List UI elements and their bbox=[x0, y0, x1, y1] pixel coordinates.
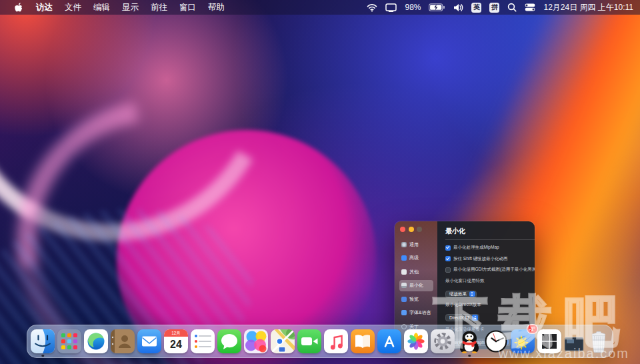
finder-icon bbox=[31, 329, 55, 353]
minimized-window-thumbnail bbox=[565, 337, 583, 351]
game-center-icon bbox=[244, 329, 268, 353]
sidebar-item-label: 预览 bbox=[409, 296, 419, 303]
clock-icon bbox=[484, 329, 508, 353]
wrench-icon bbox=[401, 255, 407, 261]
close-button[interactable] bbox=[400, 227, 405, 232]
desktop: 访达 文件 编辑 显示 前往 窗口 帮助 98% 英 拼 12月24日 周四 上… bbox=[0, 0, 640, 364]
menu-bar: 访达 文件 编辑 显示 前往 窗口 帮助 98% 英 拼 12月24日 周四 上… bbox=[0, 0, 640, 15]
dock-item-clock[interactable] bbox=[483, 326, 509, 357]
dock-item-messages[interactable] bbox=[217, 326, 242, 357]
dock-item-app-store[interactable] bbox=[377, 326, 402, 357]
dock-item-minimized-window[interactable] bbox=[563, 326, 585, 357]
checkbox-checked-icon[interactable] bbox=[445, 256, 451, 261]
dock-item-mail[interactable] bbox=[137, 326, 162, 357]
dock-item-launchpad[interactable] bbox=[57, 326, 82, 357]
minimize-button[interactable] bbox=[409, 227, 414, 232]
directx-version-select[interactable]: DirectX 12 bbox=[445, 314, 479, 321]
minimize-effect-select[interactable]: 缩放效果 bbox=[445, 291, 477, 298]
input-source-pinyin-badge[interactable]: 拼 bbox=[489, 3, 499, 13]
field-label: 最小化DirectX版本 bbox=[445, 302, 535, 308]
dock-item-music[interactable] bbox=[323, 326, 349, 357]
menu-app-name[interactable]: 访达 bbox=[30, 0, 59, 15]
document-icon bbox=[401, 310, 407, 315]
checkbox-row-gdi-capture: 最小化使用GDI方式截图(适用于最小化黑屏) bbox=[445, 267, 535, 273]
menu-bar-left: 访达 文件 编辑 显示 前往 窗口 帮助 bbox=[0, 0, 231, 15]
dock-item-system-preferences[interactable] bbox=[430, 326, 455, 357]
checkbox-checked-icon[interactable] bbox=[445, 245, 451, 251]
battery-charging-icon[interactable] bbox=[429, 3, 445, 11]
sidebar-item-other[interactable]: 其他 bbox=[399, 266, 433, 277]
dock-item-maps[interactable] bbox=[270, 326, 295, 357]
apple-logo-icon bbox=[15, 3, 23, 13]
menu-help[interactable]: 帮助 bbox=[202, 0, 231, 15]
calendar-icon: 12月 24 bbox=[164, 329, 188, 353]
running-indicator bbox=[468, 355, 471, 357]
display-mirroring-icon[interactable] bbox=[385, 3, 397, 12]
dock-item-contacts[interactable] bbox=[110, 326, 135, 357]
edge-browser-icon bbox=[84, 329, 108, 353]
dock-item-game-center[interactable] bbox=[243, 326, 269, 357]
sidebar-item-label: 高级 bbox=[409, 255, 419, 261]
calendar-day: 24 bbox=[164, 337, 188, 353]
menu-file[interactable]: 文件 bbox=[59, 0, 87, 15]
search-icon[interactable] bbox=[507, 3, 517, 12]
sidebar-item-general[interactable]: 通用 bbox=[399, 239, 433, 250]
sidebar-item-label: 其他 bbox=[409, 269, 419, 275]
reminders-icon bbox=[191, 329, 215, 353]
menu-go[interactable]: 前往 bbox=[145, 0, 173, 15]
panel-title: 最小化 bbox=[445, 227, 535, 236]
checkbox-label: 最小化处理生成MipMap bbox=[453, 245, 499, 251]
sidebar-item-advanced[interactable]: 高级 bbox=[399, 253, 433, 264]
sidebar-item-preview[interactable]: 预览 bbox=[399, 293, 433, 305]
stepper-arrows-icon bbox=[469, 291, 475, 297]
dock-item-calendar[interactable]: 12月 24 bbox=[163, 326, 189, 357]
field-label: 最小化窗口使用特效 bbox=[445, 278, 535, 284]
apple-menu[interactable] bbox=[8, 3, 30, 13]
dock-item-windows-start[interactable] bbox=[537, 326, 562, 357]
dock-item-qq[interactable] bbox=[457, 326, 482, 357]
dock-item-weather[interactable]: -1° bbox=[510, 326, 535, 357]
control-center-icon[interactable] bbox=[525, 3, 535, 11]
calendar-month: 12月 bbox=[164, 329, 188, 337]
wifi-icon[interactable] bbox=[367, 3, 377, 12]
volume-icon[interactable] bbox=[453, 3, 463, 12]
checkbox-unchecked-icon[interactable] bbox=[445, 267, 451, 273]
dock-item-photos[interactable] bbox=[403, 326, 429, 357]
menu-bar-clock[interactable]: 12月24日 周四 上午10:11 bbox=[543, 2, 633, 13]
input-source-english-badge[interactable]: 英 bbox=[471, 3, 481, 13]
window-controls bbox=[400, 227, 433, 232]
maps-icon bbox=[271, 329, 295, 353]
windows-logo-icon bbox=[537, 329, 561, 353]
menu-window[interactable]: 窗口 bbox=[173, 0, 202, 15]
dock-item-books[interactable] bbox=[350, 326, 375, 357]
menu-view[interactable]: 显示 bbox=[116, 0, 145, 15]
wallpaper bbox=[0, 0, 640, 364]
launchpad-icon bbox=[57, 329, 81, 353]
mail-icon bbox=[137, 329, 161, 353]
books-icon bbox=[351, 329, 375, 353]
sidebar-item-label: 字体&语言 bbox=[409, 309, 431, 316]
dock-item-reminders[interactable] bbox=[190, 326, 215, 357]
menu-edit[interactable]: 编辑 bbox=[87, 0, 116, 15]
menu-bar-status: 98% 英 拼 12月24日 周四 上午10:11 bbox=[367, 2, 640, 13]
app-store-icon bbox=[377, 329, 401, 353]
battery-percent: 98% bbox=[405, 3, 421, 12]
select-value: DirectX 12 bbox=[449, 315, 469, 320]
field-minimize-effect: 最小化窗口使用特效 缩放效果 bbox=[445, 278, 535, 298]
sidebar-item-label: 最小化 bbox=[409, 282, 423, 289]
messages-icon bbox=[217, 329, 241, 353]
dock-item-facetime[interactable] bbox=[297, 326, 322, 357]
contacts-icon bbox=[111, 329, 135, 353]
dock-item-trash[interactable] bbox=[586, 326, 611, 357]
dock-item-finder[interactable] bbox=[30, 326, 55, 357]
music-icon bbox=[324, 329, 348, 353]
zoom-button[interactable] bbox=[417, 227, 422, 232]
sidebar-item-minimize[interactable]: 最小化 bbox=[399, 280, 433, 291]
sidebar-item-fonts-language[interactable]: 字体&语言 bbox=[399, 307, 433, 319]
trash-icon bbox=[587, 329, 611, 353]
square-icon bbox=[401, 269, 407, 275]
photos-icon bbox=[404, 329, 428, 353]
window-icon bbox=[401, 283, 407, 288]
dock-item-edge[interactable] bbox=[83, 326, 109, 357]
facetime-icon bbox=[297, 329, 321, 353]
